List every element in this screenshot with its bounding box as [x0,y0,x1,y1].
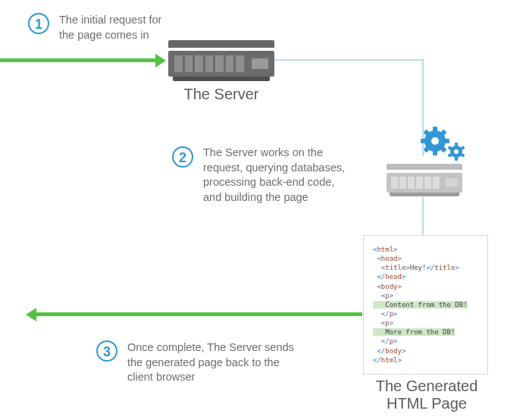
svg-rect-3 [443,139,449,143]
step-3-text: Once complete, The Server sends the gene… [127,340,309,385]
svg-rect-1 [433,127,437,133]
gears-icon [418,126,471,164]
svg-rect-11 [455,143,458,147]
arrow-3-head-icon [26,308,36,321]
server-label: The Server [168,86,274,103]
step-2-circle: 2 [172,146,193,168]
server-icon [168,40,274,81]
svg-rect-14 [455,156,458,161]
arrow-3 [36,312,362,316]
svg-point-9 [431,137,439,145]
step-3-circle: 3 [96,340,117,362]
arrow-1-head-icon [155,54,166,67]
svg-point-17 [454,149,459,154]
flow-line-1 [274,59,423,61]
generated-html-box: <html> <head> <title>Hey!</title> </head… [363,235,488,375]
svg-rect-7 [421,139,427,143]
processing-server-icon [387,164,462,196]
generated-label: The Generated HTML Page [363,378,490,412]
svg-rect-5 [433,149,437,155]
step-1-text: The initial request for the page comes i… [59,13,188,42]
arrow-1 [0,58,155,62]
step-2-text: The Server works on the request, queryin… [203,146,362,205]
step-1-circle: 1 [28,13,49,34]
flow-line-3 [422,197,424,235]
